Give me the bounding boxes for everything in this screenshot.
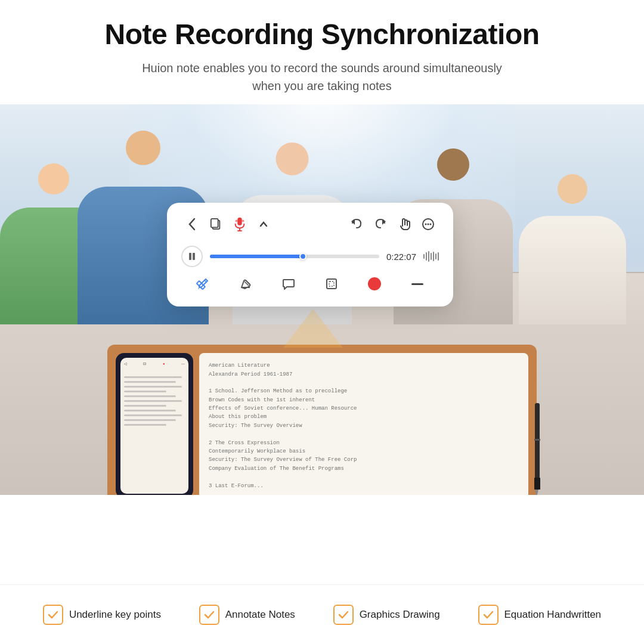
microphone-icon	[233, 216, 246, 232]
person-4-head	[437, 148, 469, 181]
comment-icon	[282, 277, 295, 290]
person-3-head	[276, 143, 309, 175]
expand-button[interactable]	[253, 213, 274, 235]
time-display: 0:22:07	[386, 252, 416, 262]
nav-icons-group	[181, 213, 274, 235]
feature-equation: Equation Handwritten	[478, 605, 602, 625]
person-1-head	[38, 163, 69, 194]
phone-line	[124, 376, 182, 378]
phone-line	[124, 400, 182, 402]
undo-icon	[350, 218, 363, 230]
eraser-tool[interactable]	[234, 272, 258, 296]
page-title: Note Recording Synchronization	[48, 19, 596, 51]
phone-line	[124, 381, 176, 383]
waveform-bar	[438, 252, 439, 261]
gesture-button[interactable]	[394, 213, 415, 235]
person-2-head	[126, 131, 160, 165]
phone-line	[124, 424, 166, 426]
phone-mini-toolbar: ◁⊡●⋯	[124, 361, 185, 366]
comment-tool[interactable]	[277, 272, 301, 296]
checkmark-icon	[204, 611, 215, 619]
phone-line	[124, 410, 176, 411]
notebook-page: American Literature Alexandra Period 196…	[199, 353, 528, 495]
phone-line	[124, 391, 166, 392]
feature-graphics: Graphics Drawing	[333, 605, 440, 625]
pen-svg	[528, 403, 546, 495]
recording-toolbar: 0:22:07	[167, 203, 453, 306]
phone-handwriting-lines	[124, 369, 185, 426]
svg-rect-18	[193, 253, 195, 260]
check-badge-underline	[43, 605, 63, 625]
undo-button[interactable]	[346, 213, 367, 235]
eraser-icon	[239, 277, 252, 290]
checkmark-icon	[48, 611, 58, 619]
redo-button[interactable]	[370, 213, 391, 235]
svg-rect-0	[535, 403, 540, 481]
svg-rect-1	[534, 478, 540, 490]
back-icon	[188, 218, 196, 231]
phone-screen: ◁⊡●⋯	[120, 358, 188, 494]
svg-rect-23	[329, 281, 334, 286]
gesture-icon	[398, 218, 411, 231]
waveform-bar	[428, 251, 429, 262]
person-5	[519, 169, 626, 324]
action-icons-group	[346, 213, 439, 235]
page-subtitle: Huion note enables you to record the sou…	[48, 59, 596, 95]
svg-point-15	[428, 224, 429, 225]
svg-rect-5	[211, 219, 218, 228]
feature-label-underline: Underline key points	[69, 609, 161, 621]
frame-tool[interactable]	[320, 272, 343, 296]
svg-point-9	[236, 220, 238, 222]
waveform-bar	[433, 252, 434, 261]
copy-icon	[210, 218, 222, 231]
record-dot-icon	[368, 277, 381, 290]
microphone-button[interactable]	[229, 213, 250, 235]
check-badge-equation	[478, 605, 499, 625]
svg-rect-22	[327, 279, 336, 289]
svg-marker-2	[535, 490, 538, 495]
svg-point-10	[242, 220, 244, 222]
feature-label-graphics: Graphics Drawing	[360, 609, 440, 621]
pause-icon	[188, 252, 196, 261]
pencil-icon	[196, 277, 209, 290]
progress-bar[interactable]	[210, 255, 379, 258]
more-icon	[422, 218, 435, 231]
pause-button[interactable]	[181, 246, 203, 267]
waveform-bar	[423, 254, 425, 259]
minus-icon	[411, 283, 423, 285]
copy-button[interactable]	[205, 213, 227, 235]
feature-underline: Underline key points	[43, 605, 161, 625]
record-button[interactable]	[363, 272, 386, 296]
pen-illustration	[528, 403, 546, 495]
handwriting-text: American Literature Alexandra Period 196…	[209, 361, 519, 490]
person-5-head	[558, 174, 587, 204]
progress-dot	[299, 253, 306, 260]
waveform-bar	[431, 253, 432, 260]
svg-rect-17	[189, 253, 191, 260]
phone-line	[124, 414, 182, 416]
svg-rect-6	[237, 218, 242, 225]
minus-tool[interactable]	[405, 272, 429, 296]
check-badge-annotate	[199, 605, 219, 625]
more-button[interactable]	[417, 213, 439, 235]
phone-line	[124, 419, 176, 421]
back-button[interactable]	[181, 213, 203, 235]
svg-rect-3	[534, 439, 540, 441]
waveform-bar	[426, 252, 427, 261]
waveform-bar	[435, 253, 436, 259]
notebook-cover: ◁⊡●⋯	[107, 345, 537, 495]
redo-icon	[374, 218, 387, 230]
check-badge-graphics	[333, 605, 354, 625]
phone-line	[124, 405, 166, 407]
feature-annotate: Annotate Notes	[199, 605, 295, 625]
notebook-area: ◁⊡●⋯	[107, 345, 537, 495]
waveform-icon	[423, 250, 439, 262]
checkmark-icon	[483, 611, 494, 619]
feature-label-equation: Equation Handwritten	[504, 609, 602, 621]
progress-row: 0:22:07	[181, 243, 439, 270]
person-5-body	[519, 216, 626, 324]
pencil-tool[interactable]	[191, 272, 215, 296]
checkmark-icon	[338, 611, 349, 619]
tools-row	[181, 270, 439, 296]
projection-beam	[283, 309, 343, 348]
